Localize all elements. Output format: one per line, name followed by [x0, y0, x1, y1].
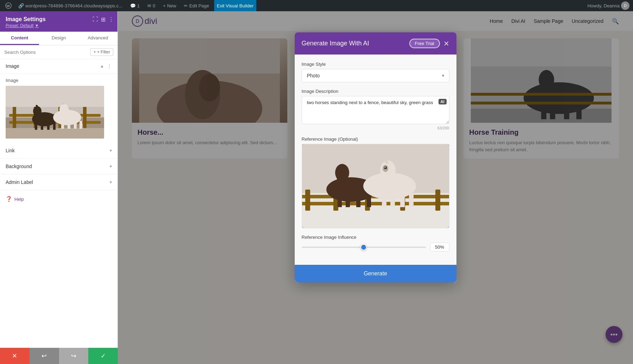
tab-advanced[interactable]: Advanced — [78, 32, 117, 45]
split-icon[interactable]: ⊞ — [101, 16, 106, 23]
image-description-group: Image Description two horses standing ne… — [302, 89, 449, 130]
svg-rect-61 — [346, 197, 350, 207]
comments-bar-item[interactable]: 💬 1 — [127, 0, 142, 11]
reference-image-label: Reference Image (Optional) — [302, 136, 449, 142]
user-avatar[interactable]: D — [621, 1, 629, 10]
section-image-header[interactable]: Image ▲ ⋮ — [0, 59, 117, 74]
redo-button[interactable]: ↪ — [59, 348, 89, 364]
help-label: Help — [14, 197, 24, 202]
redo-icon: ↪ — [71, 352, 76, 360]
fullscreen-icon[interactable]: ⛶ — [92, 16, 98, 23]
tab-design[interactable]: Design — [39, 32, 78, 45]
wp-admin-bar: W 🔗 wordpress-784896-3766464.cloudwaysap… — [0, 0, 633, 11]
message-icon: ✉ — [147, 3, 151, 8]
admin-label-section[interactable]: Admin Label ▾ — [0, 174, 117, 190]
undo-button[interactable]: ↩ — [30, 348, 59, 364]
free-trial-badge[interactable]: Free Trial — [409, 39, 440, 48]
background-section[interactable]: Background ▾ — [0, 159, 117, 174]
messages-bar-item[interactable]: ✉ 0 — [145, 0, 158, 11]
filter-button[interactable]: + + Filter — [90, 48, 113, 56]
image-description-label: Image Description — [302, 89, 449, 94]
filter-plus-icon: + — [94, 50, 96, 55]
admin-bar-right: Howdy, Deanna D — [587, 1, 629, 10]
sidebar-preset: Preset: Default ▼ — [6, 23, 112, 28]
generate-button[interactable]: Generate — [295, 265, 456, 282]
svg-rect-11 — [83, 107, 87, 128]
link-section-title: Link — [6, 148, 15, 153]
svg-rect-3 — [6, 86, 104, 107]
svg-rect-52 — [305, 190, 310, 211]
char-count: 63/200 — [302, 126, 449, 130]
help-row[interactable]: ❓ Help — [0, 190, 117, 208]
sidebar-header-icons: ⛶ ⊞ ⋮ — [92, 16, 114, 23]
modal-title: Generate Image With AI — [302, 40, 369, 47]
generate-image-modal: Generate Image With AI Free Trial ✕ Imag… — [295, 32, 456, 282]
svg-rect-16 — [41, 123, 43, 130]
reference-image-group: Reference Image (Optional) — [302, 136, 449, 228]
image-style-select[interactable]: Photo Illustration Painting Sketch 3D Re… — [302, 69, 449, 82]
admin-label-section-title: Admin Label — [6, 179, 33, 185]
cancel-button[interactable]: ✕ — [0, 348, 30, 364]
modal-header-right: Free Trial ✕ — [409, 39, 449, 48]
slider-value: 50% — [430, 243, 449, 251]
link-chevron-icon: ▾ — [110, 148, 112, 153]
site-url-bar-item[interactable]: 🔗 wordpress-784896-3766464.cloudwaysapps… — [15, 0, 125, 11]
help-circle-icon: ❓ — [6, 196, 12, 202]
image-style-group: Image Style Photo Illustration Painting … — [302, 62, 449, 82]
search-input[interactable] — [4, 50, 88, 55]
reference-image-box[interactable] — [302, 144, 449, 228]
svg-text:W: W — [7, 4, 10, 8]
svg-rect-69 — [400, 194, 405, 207]
edit-page-bar-item[interactable]: ✏ Edit Page — [181, 0, 212, 11]
svg-rect-51 — [302, 202, 449, 205]
undo-icon: ↩ — [41, 352, 47, 360]
image-preview-box[interactable] — [6, 86, 104, 139]
modal-overlay[interactable]: Generate Image With AI Free Trial ✕ Imag… — [118, 11, 633, 364]
more-options-icon[interactable]: ⋮ — [108, 16, 114, 23]
cancel-icon: ✕ — [12, 352, 17, 360]
background-chevron-icon: ▾ — [110, 164, 112, 169]
svg-rect-67 — [382, 195, 386, 207]
image-preview-area: Image — [0, 74, 117, 143]
slider-group: Reference Image Influence 50% — [302, 235, 449, 251]
sidebar: Image Settings Preset: Default ▼ ⛶ ⊞ ⋮ C… — [0, 11, 118, 364]
influence-slider[interactable] — [302, 247, 426, 248]
admin-chevron-icon: ▾ — [110, 180, 112, 185]
svg-rect-22 — [61, 121, 64, 129]
tab-content[interactable]: Content — [0, 32, 39, 45]
svg-rect-25 — [79, 121, 82, 129]
svg-point-14 — [33, 106, 41, 116]
svg-rect-60 — [338, 197, 342, 207]
preset-label[interactable]: Preset: Default — [6, 23, 33, 28]
section-image-menu-icon[interactable]: ⋮ — [107, 63, 112, 69]
reference-influence-label: Reference Image Influence — [302, 235, 449, 240]
background-section-title: Background — [6, 164, 32, 169]
section-image-title: Image — [6, 63, 19, 69]
section-image-chevron-icon: ▲ — [100, 64, 104, 69]
wp-logo-icon[interactable]: W — [4, 1, 13, 11]
svg-rect-23 — [68, 121, 70, 129]
svg-point-21 — [59, 104, 69, 115]
preset-arrow: ▼ — [35, 23, 39, 28]
modal-close-button[interactable]: ✕ — [443, 39, 449, 48]
svg-rect-17 — [47, 124, 50, 130]
search-options-row: + + Filter — [0, 45, 117, 59]
svg-rect-68 — [390, 195, 395, 207]
save-button[interactable]: ✓ — [88, 348, 118, 364]
image-description-textarea[interactable]: two horses standing next to a fence, bea… — [302, 96, 449, 124]
exit-builder-bar-item[interactable]: Exit Visual Builder — [214, 0, 257, 11]
image-style-select-wrapper: Photo Illustration Painting Sketch 3D Re… — [302, 69, 449, 82]
comment-icon: 💬 — [130, 3, 136, 8]
sidebar-header: Image Settings Preset: Default ▼ ⛶ ⊞ ⋮ — [0, 11, 117, 32]
svg-rect-15 — [35, 123, 37, 130]
image-style-label: Image Style — [302, 62, 449, 67]
new-bar-item[interactable]: + New — [160, 0, 179, 11]
link-section[interactable]: Link ▾ — [0, 143, 117, 159]
howdy-label: Howdy, Deanna — [587, 3, 620, 8]
image-description-wrapper: two horses standing next to a fence, bea… — [302, 96, 449, 125]
link-icon: 🔗 — [18, 3, 24, 8]
svg-rect-8 — [13, 107, 16, 128]
slider-row: 50% — [302, 243, 449, 251]
save-icon: ✓ — [101, 352, 106, 360]
modal-body: Image Style Photo Illustration Painting … — [295, 55, 456, 265]
